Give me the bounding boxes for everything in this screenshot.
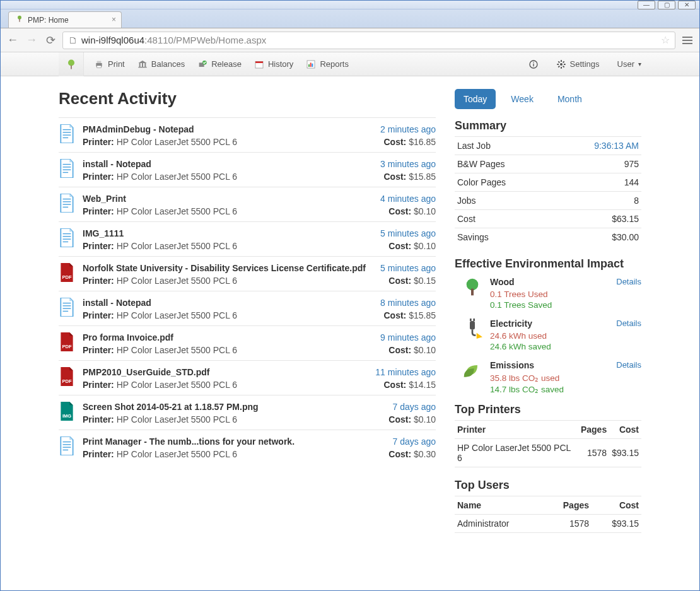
file-type-icon (59, 124, 76, 144)
env-wood-saved: 0.1 Trees Saved (490, 300, 641, 310)
summary-title: Summary (455, 119, 641, 132)
env-electricity-title: Electricity (490, 319, 532, 329)
th-printer: Printer (455, 421, 578, 439)
file-type-icon (59, 436, 76, 457)
brand-logo[interactable] (59, 52, 84, 76)
nav-balances-label: Balances (151, 59, 185, 69)
window-maximize-button[interactable]: ▢ (658, 1, 675, 9)
summary-row: Cost$63.15 (455, 210, 641, 228)
activity-cost: Cost: $16.85 (384, 137, 436, 147)
summary-value: 8 (634, 196, 639, 206)
th-cost: Cost (609, 421, 641, 439)
summary-value[interactable]: 9:36:13 AM (594, 141, 639, 151)
svg-rect-15 (255, 61, 263, 63)
tab-week[interactable]: Week (502, 89, 542, 109)
summary-row: Last Job9:36:13 AM (455, 137, 641, 155)
th-cost: Cost (592, 496, 641, 515)
svg-point-23 (560, 63, 563, 66)
main-column: Recent Activity PMAdminDebug - Notepad2 … (59, 89, 436, 565)
env-wood: WoodDetails 0.1 Trees Used 0.1 Trees Sav… (455, 277, 641, 310)
info-icon (528, 59, 539, 69)
browser-menu-button[interactable] (680, 33, 694, 47)
url-path: :48110/PMPWeb/Home.aspx (144, 35, 266, 45)
page-title: Recent Activity (59, 89, 436, 108)
activity-item[interactable]: PMAdminDebug - Notepad2 minutes agoPrint… (59, 117, 436, 152)
cell-pages: 1578 (578, 439, 609, 467)
reports-icon (306, 59, 316, 69)
tab-favicon (15, 15, 24, 25)
browser-toolbar: ← → ⟳ 🗋 win-i9lf9ql06u4:48110/PMPWeb/Hom… (1, 28, 699, 52)
activity-item[interactable]: Web_Print4 minutes agoPrinter: HP Color … (59, 187, 436, 221)
svg-rect-1 (19, 19, 20, 22)
nav-print[interactable]: Print (94, 59, 125, 69)
nav-release[interactable]: Release (197, 59, 242, 69)
browser-tab[interactable]: PMP: Home × (8, 11, 122, 28)
svg-rect-22 (533, 62, 534, 62)
browser-address-bar[interactable]: 🗋 win-i9lf9ql06u4:48110/PMPWeb/Home.aspx… (62, 32, 675, 49)
svg-line-29 (563, 66, 564, 67)
svg-rect-3 (71, 66, 72, 69)
activity-item[interactable]: IMGScreen Shot 2014-05-21 at 1.18.57 PM.… (59, 395, 436, 430)
env-wood-details-link[interactable]: Details (616, 277, 641, 287)
activity-item[interactable]: PDFPro forma Invoice.pdf9 minutes agoPri… (59, 325, 436, 360)
env-emissions-details-link[interactable]: Details (616, 360, 641, 370)
nav-print-label: Print (108, 59, 125, 69)
browser-forward-button[interactable]: → (25, 33, 38, 47)
os-window: — ▢ ✕ PMP: Home × ← → ⟳ 🗋 win-i9lf9ql06u… (0, 0, 700, 591)
cell-cost: $93.15 (592, 515, 641, 533)
nav-info[interactable] (528, 59, 539, 69)
activity-printer: Printer: HP Color LaserJet 5500 PCL 6 (83, 276, 237, 286)
activity-time: 5 minutes ago (380, 228, 436, 238)
svg-rect-18 (310, 62, 312, 67)
tab-close-icon[interactable]: × (112, 15, 116, 24)
window-minimize-button[interactable]: — (638, 1, 655, 9)
nav-release-label: Release (211, 59, 242, 69)
activity-item[interactable]: Print Manager - The numb...tions for you… (59, 430, 436, 464)
summary-row: B&W Pages975 (455, 155, 641, 173)
gear-icon (556, 59, 566, 69)
summary-label: B&W Pages (455, 155, 552, 173)
activity-item[interactable]: PDFPMP2010_UserGuide_STD.pdf11 minutes a… (59, 360, 436, 395)
activity-time: 4 minutes ago (380, 194, 436, 204)
nav-history[interactable]: History (254, 59, 293, 69)
nav-settings[interactable]: Settings (556, 59, 600, 69)
activity-item[interactable]: PDFNorfolk State University - Disability… (59, 256, 436, 291)
activity-time: 9 minutes ago (380, 332, 436, 342)
window-titlebar: — ▢ ✕ (1, 1, 699, 9)
summary-label: Color Pages (455, 173, 552, 192)
window-close-button[interactable]: ✕ (678, 1, 696, 9)
top-users-title: Top Users (455, 479, 641, 492)
svg-rect-62 (470, 321, 475, 329)
summary-value: $63.15 (612, 214, 639, 224)
svg-line-30 (558, 66, 559, 67)
tab-month[interactable]: Month (549, 89, 591, 109)
nav-user-menu[interactable]: User ▾ (617, 59, 641, 69)
activity-title: PMP2010_UserGuide_STD.pdf (83, 367, 210, 377)
activity-item[interactable]: IMG_11115 minutes agoPrinter: HP Color L… (59, 221, 436, 256)
activity-item[interactable]: install - Notepad3 minutes agoPrinter: H… (59, 152, 436, 187)
bookmark-star-icon[interactable]: ☆ (661, 34, 670, 46)
activity-item[interactable]: install - Notepad8 minutes agoPrinter: H… (59, 291, 436, 325)
svg-line-31 (563, 61, 564, 62)
nav-balances[interactable]: Balances (137, 59, 185, 69)
tab-today[interactable]: Today (455, 89, 496, 109)
activity-list: PMAdminDebug - Notepad2 minutes agoPrint… (59, 117, 436, 464)
activity-printer: Printer: HP Color LaserJet 5500 PCL 6 (83, 241, 237, 251)
env-emissions-title: Emissions (490, 360, 534, 370)
summary-row: Savings$30.00 (455, 228, 641, 247)
env-wood-used: 0.1 Trees Used (490, 290, 641, 299)
activity-time: 11 minutes ago (375, 367, 436, 377)
activity-cost: Cost: $0.10 (388, 414, 436, 424)
svg-rect-11 (138, 67, 146, 67)
browser-back-button[interactable]: ← (6, 33, 20, 47)
activity-title: PMAdminDebug - Notepad (83, 124, 194, 134)
browser-reload-button[interactable]: ⟳ (44, 33, 57, 47)
range-tabs: Today Week Month (455, 89, 641, 109)
activity-time: 2 minutes ago (380, 124, 436, 134)
env-electricity: ElectricityDetails 24.6 kWh used 24.6 kW… (455, 319, 641, 351)
nav-reports[interactable]: Reports (306, 59, 349, 69)
file-type-icon: PDF (59, 263, 76, 283)
env-emissions-used: 35.8 lbs CO₂ used (490, 373, 641, 383)
svg-text:IMG: IMG (62, 413, 71, 419)
env-electricity-details-link[interactable]: Details (616, 319, 641, 329)
